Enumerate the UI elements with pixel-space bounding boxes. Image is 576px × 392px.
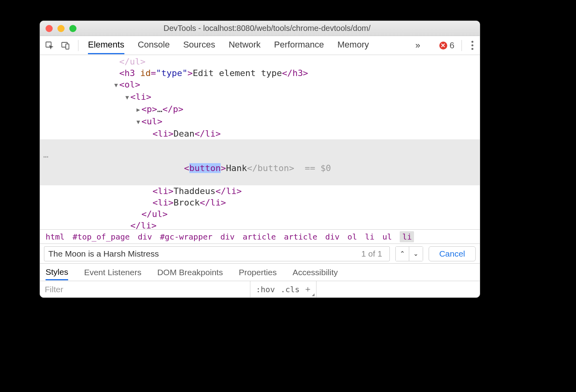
crumb[interactable]: div <box>138 232 152 242</box>
search-cancel-button[interactable]: Cancel <box>429 246 476 261</box>
dom-node[interactable]: </ul> <box>40 208 480 220</box>
dom-node[interactable]: ▼<li> <box>40 91 480 103</box>
dom-node[interactable]: <li>Thaddeus</li> <box>40 185 480 197</box>
subtab-event-listeners[interactable]: Event Listeners <box>84 268 141 277</box>
search-bar: The Moon is a Harsh Mistress 1 of 1 ⌃ ⌄ … <box>40 244 480 263</box>
search-next-button[interactable]: ⌄ <box>409 247 423 261</box>
devtools-window: DevTools - localhost:8080/web/tools/chro… <box>40 21 480 298</box>
search-input[interactable]: The Moon is a Harsh Mistress <box>48 249 159 259</box>
svg-rect-2 <box>66 44 69 49</box>
dropdown-caret-icon <box>312 293 315 296</box>
styles-filter-input[interactable] <box>40 281 250 297</box>
subtab-accessibility[interactable]: Accessibility <box>292 268 338 277</box>
inspect-element-icon[interactable] <box>44 40 55 51</box>
dom-node[interactable]: ▶<p>…</p> <box>40 103 480 116</box>
sidebar-tabs: Styles Event Listeners DOM Breakpoints P… <box>40 263 480 281</box>
styles-pane <box>317 281 480 297</box>
editing-tag-name[interactable]: button <box>189 163 221 173</box>
tab-sources[interactable]: Sources <box>183 36 215 54</box>
subtab-dom-breakpoints[interactable]: DOM Breakpoints <box>157 268 223 277</box>
tab-memory[interactable]: Memory <box>338 36 369 54</box>
crumb[interactable]: article <box>284 232 317 242</box>
dom-tree[interactable]: </ul> <h3 id="type">Edit element type</h… <box>40 55 480 229</box>
dom-node[interactable]: <h3 id="type">Edit element type</h3> <box>40 67 480 79</box>
dom-node[interactable]: <li>Brock</li> <box>40 197 480 208</box>
dom-node[interactable]: <li>Dean</li> <box>40 128 480 139</box>
zoom-window-button[interactable] <box>69 25 76 32</box>
close-window-button[interactable] <box>46 25 53 32</box>
tab-console[interactable]: Console <box>138 36 170 54</box>
crumb[interactable]: article <box>242 232 276 242</box>
dom-node-selected[interactable]: ⋯ <button>Hank</button> == $0 <box>40 139 480 185</box>
error-icon: ✕ <box>439 42 447 49</box>
subtab-properties[interactable]: Properties <box>239 268 277 277</box>
panel-tabs: Elements Console Sources Network Perform… <box>88 36 369 54</box>
crumb[interactable]: html <box>46 232 65 242</box>
error-count-badge[interactable]: ✕ 6 <box>439 40 454 51</box>
titlebar: DevTools - localhost:8080/web/tools/chro… <box>40 21 480 36</box>
traffic-lights <box>46 25 76 32</box>
search-field-wrapper: The Moon is a Harsh Mistress 1 of 1 <box>44 246 390 261</box>
subtab-styles[interactable]: Styles <box>46 267 68 280</box>
dom-breadcrumbs: html #top_of_page div #gc-wrapper div ar… <box>40 229 480 244</box>
dom-node: </ul> <box>119 57 145 67</box>
tab-performance[interactable]: Performance <box>274 36 324 54</box>
main-toolbar: Elements Console Sources Network Perform… <box>40 36 480 55</box>
minimize-window-button[interactable] <box>57 25 65 32</box>
dom-node[interactable]: </li> <box>40 220 480 229</box>
selected-marker: ⋯ <box>43 151 49 162</box>
crumb[interactable]: div <box>325 232 339 242</box>
hov-toggle[interactable]: :hov <box>256 285 275 294</box>
search-match-count: 1 of 1 <box>361 249 385 259</box>
settings-menu-button[interactable] <box>469 41 476 50</box>
search-stepper: ⌃ ⌄ <box>395 246 423 261</box>
cls-toggle[interactable]: .cls <box>280 285 299 294</box>
error-count: 6 <box>450 40 454 51</box>
window-title: DevTools - localhost:8080/web/tools/chro… <box>84 24 474 33</box>
crumb[interactable]: ul <box>382 232 392 242</box>
dom-node[interactable]: ▼<ol> <box>40 79 480 91</box>
styles-toggle-group: :hov .cls + <box>250 281 317 297</box>
overflow-tabs-button[interactable]: » <box>416 40 420 51</box>
new-style-rule-button[interactable]: + <box>305 284 311 295</box>
device-toolbar-icon[interactable] <box>60 40 71 51</box>
crumb[interactable]: li <box>365 232 374 242</box>
styles-toolbar: :hov .cls + <box>40 281 480 297</box>
tab-network[interactable]: Network <box>229 36 261 54</box>
crumb-active[interactable]: li <box>400 231 414 242</box>
crumb[interactable]: #gc-wrapper <box>160 232 212 242</box>
tab-elements[interactable]: Elements <box>88 36 124 54</box>
crumb[interactable]: div <box>220 232 235 242</box>
crumb[interactable]: ol <box>347 232 357 242</box>
dom-node[interactable]: ▼<ul> <box>40 116 480 128</box>
search-prev-button[interactable]: ⌃ <box>396 247 409 261</box>
crumb[interactable]: #top_of_page <box>72 232 130 242</box>
